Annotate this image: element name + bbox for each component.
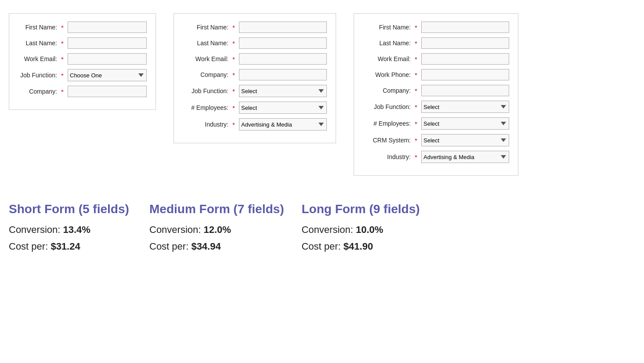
short-conversion-label: Conversion: bbox=[9, 224, 60, 235]
medium-form-card: First Name: * Last Name: * Work Email: *… bbox=[174, 13, 336, 143]
lastname-label-long: Last Name: bbox=[363, 40, 413, 47]
short-cost-label: Cost per: bbox=[9, 241, 48, 252]
summaries-section: Short Form (5 fields) Conversion: 13.4% … bbox=[9, 202, 635, 258]
medium-form-summary: Medium Form (7 fields) Conversion: 12.0%… bbox=[149, 202, 284, 258]
jobfunction-select-short[interactable]: Choose One Marketing Sales IT Finance HR bbox=[68, 69, 147, 81]
company-label-medium: Company: bbox=[183, 71, 231, 78]
form-row-company-long: Company: * bbox=[363, 85, 509, 96]
short-cost-value: $31.24 bbox=[51, 241, 80, 252]
crm-select-long[interactable]: Select Salesforce HubSpot Microsoft Dyna… bbox=[421, 134, 509, 146]
form-row-jobfunction-short: Job Function: * Choose One Marketing Sal… bbox=[18, 69, 147, 81]
email-input-medium[interactable] bbox=[239, 53, 327, 65]
form-row-company-medium: Company: * bbox=[183, 69, 327, 80]
required-star: * bbox=[413, 55, 419, 63]
long-cost-label: Cost per: bbox=[301, 241, 340, 252]
form-row-industry-medium: Industry: * Advertising & Media Technolo… bbox=[183, 118, 327, 131]
form-row-phone-long: Work Phone: * bbox=[363, 69, 509, 80]
required-star: * bbox=[413, 71, 419, 79]
long-form-card: First Name: * Last Name: * Work Email: *… bbox=[354, 13, 518, 176]
company-input-long[interactable] bbox=[421, 85, 509, 96]
short-conversion-row: Conversion: 13.4% bbox=[9, 224, 132, 236]
jobfunction-label-long: Job Function: bbox=[363, 103, 413, 110]
medium-conversion-value: 12.0% bbox=[204, 224, 231, 235]
email-input-short[interactable] bbox=[68, 53, 147, 65]
short-conversion-value: 13.4% bbox=[63, 224, 90, 235]
form-row-crm-long: CRM System: * Select Salesforce HubSpot … bbox=[363, 134, 509, 146]
form-row-email-long: Work Email: * bbox=[363, 53, 509, 65]
required-star: * bbox=[413, 24, 419, 31]
required-star: * bbox=[413, 137, 419, 144]
company-input-short[interactable] bbox=[68, 86, 147, 97]
short-form-card: First Name: * Last Name: * Work Email: *… bbox=[9, 13, 156, 110]
company-input-medium[interactable] bbox=[239, 69, 327, 80]
phone-label-long: Work Phone: bbox=[363, 71, 413, 78]
industry-label-medium: Industry: bbox=[183, 121, 231, 128]
required-star: * bbox=[413, 153, 419, 161]
email-input-long[interactable] bbox=[421, 53, 509, 65]
employees-label-medium: # Employees: bbox=[183, 104, 231, 111]
form-row-employees-long: # Employees: * Select 1-10 11-50 51-200 … bbox=[363, 117, 509, 130]
medium-conversion-row: Conversion: 12.0% bbox=[149, 224, 284, 236]
forms-section: First Name: * Last Name: * Work Email: *… bbox=[9, 13, 635, 176]
form-row-firstname-medium: First Name: * bbox=[183, 22, 327, 33]
required-star: * bbox=[60, 88, 65, 95]
required-star: * bbox=[60, 72, 65, 79]
industry-select-medium[interactable]: Advertising & Media Technology Finance H… bbox=[239, 118, 327, 131]
medium-conversion-label: Conversion: bbox=[149, 224, 201, 235]
required-star: * bbox=[231, 71, 236, 79]
long-conversion-value: 10.0% bbox=[356, 224, 383, 235]
required-star: * bbox=[413, 87, 419, 94]
required-star: * bbox=[231, 40, 236, 47]
jobfunction-label-medium: Job Function: bbox=[183, 87, 231, 94]
lastname-input-long[interactable] bbox=[421, 37, 509, 49]
employees-select-long[interactable]: Select 1-10 11-50 51-200 201-1000 1000+ bbox=[421, 117, 509, 130]
form-row-email-medium: Work Email: * bbox=[183, 53, 327, 65]
medium-cost-value: $34.94 bbox=[191, 241, 221, 252]
employees-select-medium[interactable]: Select 1-10 11-50 51-200 201-1000 1000+ bbox=[239, 102, 327, 114]
form-row-employees-medium: # Employees: * Select 1-10 11-50 51-200 … bbox=[183, 102, 327, 114]
jobfunction-label-short: Job Function: bbox=[18, 72, 60, 79]
medium-cost-label: Cost per: bbox=[149, 241, 188, 252]
firstname-label-short: First Name: bbox=[18, 24, 60, 31]
industry-label-long: Industry: bbox=[363, 153, 413, 160]
form-row-company-short: Company: * bbox=[18, 86, 147, 97]
required-star: * bbox=[60, 40, 65, 47]
firstname-input-short[interactable] bbox=[68, 22, 147, 33]
short-cost-row: Cost per: $31.24 bbox=[9, 241, 132, 252]
form-row-firstname-long: First Name: * bbox=[363, 22, 509, 33]
short-form-summary: Short Form (5 fields) Conversion: 13.4% … bbox=[9, 202, 132, 258]
industry-select-long[interactable]: Advertising & Media Technology Finance H… bbox=[421, 151, 509, 163]
required-star: * bbox=[413, 120, 419, 127]
short-form-title: Short Form (5 fields) bbox=[9, 202, 132, 216]
employees-label-long: # Employees: bbox=[363, 120, 413, 127]
required-star: * bbox=[231, 104, 236, 112]
phone-input-long[interactable] bbox=[421, 69, 509, 80]
email-label-long: Work Email: bbox=[363, 55, 413, 62]
email-label-short: Work Email: bbox=[18, 55, 60, 62]
long-conversion-label: Conversion: bbox=[301, 224, 353, 235]
lastname-label-short: Last Name: bbox=[18, 40, 60, 47]
form-row-email-short: Work Email: * bbox=[18, 53, 147, 65]
required-star: * bbox=[60, 55, 65, 63]
lastname-input-short[interactable] bbox=[68, 37, 147, 49]
company-label-short: Company: bbox=[18, 88, 60, 95]
firstname-input-medium[interactable] bbox=[239, 22, 327, 33]
firstname-label-medium: First Name: bbox=[183, 24, 231, 31]
medium-form-title: Medium Form (7 fields) bbox=[149, 202, 284, 216]
jobfunction-select-medium[interactable]: Select Marketing Sales IT bbox=[239, 85, 327, 97]
jobfunction-select-long[interactable]: Select Marketing Sales IT bbox=[421, 101, 509, 113]
required-star: * bbox=[413, 40, 419, 47]
lastname-input-medium[interactable] bbox=[239, 37, 327, 49]
required-star: * bbox=[231, 87, 236, 95]
required-star: * bbox=[60, 24, 65, 31]
required-star: * bbox=[231, 24, 236, 31]
firstname-input-long[interactable] bbox=[421, 22, 509, 33]
firstname-label-long: First Name: bbox=[363, 24, 413, 31]
form-row-industry-long: Industry: * Advertising & Media Technolo… bbox=[363, 151, 509, 163]
form-row-jobfunction-medium: Job Function: * Select Marketing Sales I… bbox=[183, 85, 327, 97]
company-label-long: Company: bbox=[363, 87, 413, 94]
crm-label-long: CRM System: bbox=[363, 137, 413, 144]
required-star: * bbox=[413, 103, 419, 111]
form-row-firstname-short: First Name: * bbox=[18, 22, 147, 33]
lastname-label-medium: Last Name: bbox=[183, 40, 231, 47]
